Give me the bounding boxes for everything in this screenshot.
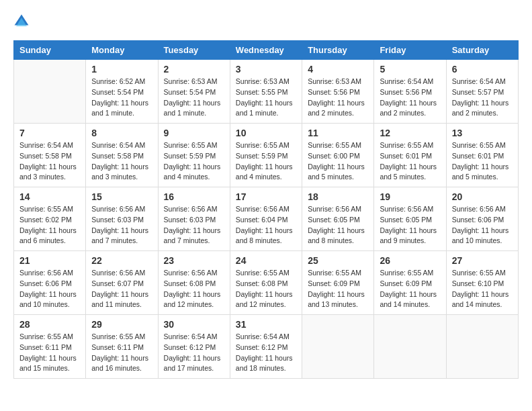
day-info: Sunrise: 6:55 AMSunset: 6:11 PMDaylight:… [19,332,80,374]
calendar-cell: 3Sunrise: 6:53 AMSunset: 5:55 PMDaylight… [230,60,302,124]
day-number: 10 [236,128,296,138]
calendar-cell [446,315,518,379]
calendar-cell: 28Sunrise: 6:55 AMSunset: 6:11 PMDayligh… [14,315,86,379]
calendar-week-row: 7Sunrise: 6:54 AMSunset: 5:58 PMDaylight… [14,124,519,187]
calendar-week-row: 1Sunrise: 6:52 AMSunset: 5:54 PMDaylight… [14,60,519,124]
calendar-cell: 2Sunrise: 6:53 AMSunset: 5:54 PMDaylight… [158,60,230,124]
calendar-cell: 16Sunrise: 6:56 AMSunset: 6:03 PMDayligh… [158,187,230,251]
calendar-header-row: SundayMondayTuesdayWednesdayThursdayFrid… [14,41,519,60]
calendar-cell: 11Sunrise: 6:55 AMSunset: 6:00 PMDayligh… [302,124,374,187]
calendar-header-thursday: Thursday [302,41,374,60]
day-number: 6 [452,64,513,75]
calendar-cell: 14Sunrise: 6:55 AMSunset: 6:02 PMDayligh… [14,187,86,251]
day-info: Sunrise: 6:54 AMSunset: 5:58 PMDaylight:… [19,140,80,183]
day-number: 21 [19,255,80,266]
calendar-cell: 15Sunrise: 6:56 AMSunset: 6:03 PMDayligh… [86,187,158,251]
day-info: Sunrise: 6:52 AMSunset: 5:54 PMDaylight:… [91,77,152,119]
calendar-cell: 12Sunrise: 6:55 AMSunset: 6:01 PMDayligh… [374,124,446,187]
day-info: Sunrise: 6:54 AMSunset: 5:57 PMDaylight:… [452,77,513,119]
calendar-header-saturday: Saturday [446,41,518,60]
day-info: Sunrise: 6:53 AMSunset: 5:56 PMDaylight:… [308,77,368,119]
day-info: Sunrise: 6:56 AMSunset: 6:07 PMDaylight:… [91,268,152,310]
day-number: 2 [164,64,224,75]
day-number: 25 [308,255,368,266]
day-info: Sunrise: 6:54 AMSunset: 5:58 PMDaylight:… [91,140,152,183]
day-info: Sunrise: 6:54 AMSunset: 6:12 PMDaylight:… [164,332,224,374]
calendar-header-tuesday: Tuesday [158,41,230,60]
calendar-cell: 1Sunrise: 6:52 AMSunset: 5:54 PMDaylight… [86,60,158,124]
day-info: Sunrise: 6:55 AMSunset: 6:09 PMDaylight:… [308,268,368,310]
day-number: 13 [452,128,513,138]
calendar-cell [374,315,446,379]
logo-icon [13,13,30,30]
calendar-cell: 19Sunrise: 6:56 AMSunset: 6:05 PMDayligh… [374,187,446,251]
day-info: Sunrise: 6:55 AMSunset: 6:08 PMDaylight:… [236,268,296,310]
calendar-cell: 8Sunrise: 6:54 AMSunset: 5:58 PMDaylight… [86,124,158,187]
day-number: 14 [19,191,80,202]
calendar-cell: 4Sunrise: 6:53 AMSunset: 5:56 PMDaylight… [302,60,374,124]
day-number: 15 [91,191,152,202]
calendar-header-wednesday: Wednesday [230,41,302,60]
day-number: 12 [380,128,440,138]
calendar-cell [14,60,86,124]
calendar-cell: 30Sunrise: 6:54 AMSunset: 6:12 PMDayligh… [158,315,230,379]
calendar-cell: 17Sunrise: 6:56 AMSunset: 6:04 PMDayligh… [230,187,302,251]
day-info: Sunrise: 6:56 AMSunset: 6:06 PMDaylight:… [452,204,513,246]
calendar-cell: 10Sunrise: 6:55 AMSunset: 5:59 PMDayligh… [230,124,302,187]
calendar-cell: 6Sunrise: 6:54 AMSunset: 5:57 PMDaylight… [446,60,518,124]
calendar-cell: 23Sunrise: 6:56 AMSunset: 6:08 PMDayligh… [158,251,230,315]
day-number: 22 [91,255,152,266]
day-info: Sunrise: 6:56 AMSunset: 6:05 PMDaylight:… [380,204,440,246]
day-number: 7 [19,128,80,138]
day-number: 5 [380,64,440,75]
calendar-cell: 22Sunrise: 6:56 AMSunset: 6:07 PMDayligh… [86,251,158,315]
day-info: Sunrise: 6:55 AMSunset: 5:59 PMDaylight:… [236,140,296,183]
day-number: 20 [452,191,513,202]
day-info: Sunrise: 6:55 AMSunset: 6:01 PMDaylight:… [380,140,440,183]
day-number: 27 [452,255,513,266]
day-info: Sunrise: 6:54 AMSunset: 6:12 PMDaylight:… [236,332,296,374]
calendar-week-row: 14Sunrise: 6:55 AMSunset: 6:02 PMDayligh… [14,187,519,251]
calendar-cell: 24Sunrise: 6:55 AMSunset: 6:08 PMDayligh… [230,251,302,315]
calendar-header-friday: Friday [374,41,446,60]
day-number: 23 [164,255,224,266]
calendar-cell: 20Sunrise: 6:56 AMSunset: 6:06 PMDayligh… [446,187,518,251]
logo [13,13,32,30]
day-info: Sunrise: 6:55 AMSunset: 6:09 PMDaylight:… [380,268,440,310]
calendar-cell: 31Sunrise: 6:54 AMSunset: 6:12 PMDayligh… [230,315,302,379]
day-info: Sunrise: 6:53 AMSunset: 5:54 PMDaylight:… [164,77,224,119]
day-info: Sunrise: 6:56 AMSunset: 6:04 PMDaylight:… [236,204,296,246]
day-number: 9 [164,128,224,138]
day-number: 8 [91,128,152,138]
calendar-cell: 25Sunrise: 6:55 AMSunset: 6:09 PMDayligh… [302,251,374,315]
calendar-cell: 7Sunrise: 6:54 AMSunset: 5:58 PMDaylight… [14,124,86,187]
day-number: 19 [380,191,440,202]
day-number: 24 [236,255,296,266]
calendar-week-row: 21Sunrise: 6:56 AMSunset: 6:06 PMDayligh… [14,251,519,315]
day-number: 4 [308,64,368,75]
day-number: 16 [164,191,224,202]
day-number: 1 [91,64,152,75]
day-number: 28 [19,319,80,330]
day-info: Sunrise: 6:55 AMSunset: 6:02 PMDaylight:… [19,204,80,246]
day-info: Sunrise: 6:53 AMSunset: 5:55 PMDaylight:… [236,77,296,119]
day-info: Sunrise: 6:56 AMSunset: 6:05 PMDaylight:… [308,204,368,246]
day-info: Sunrise: 6:54 AMSunset: 5:56 PMDaylight:… [380,77,440,119]
calendar-cell [302,315,374,379]
day-info: Sunrise: 6:55 AMSunset: 5:59 PMDaylight:… [164,140,224,183]
calendar-cell: 21Sunrise: 6:56 AMSunset: 6:06 PMDayligh… [14,251,86,315]
day-info: Sunrise: 6:55 AMSunset: 6:11 PMDaylight:… [91,332,152,374]
calendar-cell: 27Sunrise: 6:55 AMSunset: 6:10 PMDayligh… [446,251,518,315]
day-number: 31 [236,319,296,330]
day-number: 18 [308,191,368,202]
calendar: SundayMondayTuesdayWednesdayThursdayFrid… [13,40,519,379]
calendar-header-sunday: Sunday [14,41,86,60]
calendar-cell: 13Sunrise: 6:55 AMSunset: 6:01 PMDayligh… [446,124,518,187]
calendar-week-row: 28Sunrise: 6:55 AMSunset: 6:11 PMDayligh… [14,315,519,379]
day-info: Sunrise: 6:56 AMSunset: 6:03 PMDaylight:… [164,204,224,246]
day-info: Sunrise: 6:56 AMSunset: 6:06 PMDaylight:… [19,268,80,310]
day-number: 3 [236,64,296,75]
page-header [13,13,519,30]
day-info: Sunrise: 6:55 AMSunset: 6:01 PMDaylight:… [452,140,513,183]
calendar-cell: 9Sunrise: 6:55 AMSunset: 5:59 PMDaylight… [158,124,230,187]
